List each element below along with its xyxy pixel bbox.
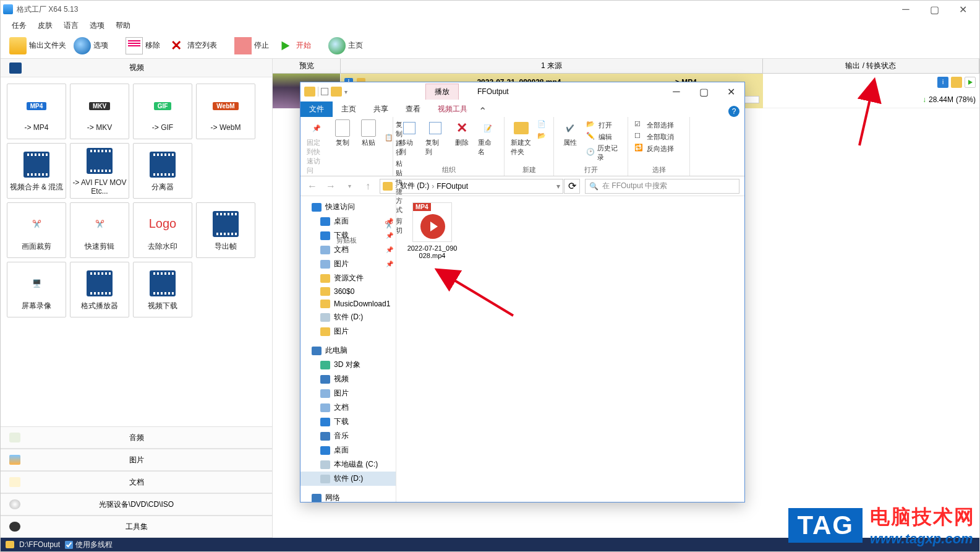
- rename-button[interactable]: 📝重命名: [475, 118, 500, 165]
- menu-options[interactable]: 选项: [85, 19, 109, 32]
- nav-desktop2[interactable]: 桌面: [300, 443, 396, 457]
- multithread-checkbox[interactable]: [65, 541, 73, 549]
- nav-downloads[interactable]: 下载📌: [300, 228, 396, 243]
- tab-share[interactable]: 共享: [365, 101, 397, 117]
- nav-pictures3[interactable]: 图片: [300, 386, 396, 400]
- tool-avi[interactable]: -> AVI FLV MOV Etc...: [70, 143, 129, 199]
- audio-category[interactable]: 音频: [1, 426, 272, 449]
- nav-documents2[interactable]: 文档: [300, 400, 396, 415]
- open-button[interactable]: 📂打开: [584, 119, 624, 131]
- tool-export-frames[interactable]: 导出帧: [196, 202, 255, 258]
- forward-button[interactable]: →: [324, 179, 338, 193]
- history-button[interactable]: 🕑历史记录: [584, 143, 624, 163]
- collapse-ribbon-icon[interactable]: ⌃: [476, 105, 488, 117]
- info-icon[interactable]: i: [937, 77, 948, 88]
- folder-icon[interactable]: [6, 541, 14, 548]
- maximize-button[interactable]: ▢: [690, 83, 717, 100]
- nav-musicdl[interactable]: MusicDownload1: [300, 298, 396, 310]
- tool-mkv[interactable]: MKV -> MKV: [70, 84, 129, 139]
- nav-pictures2[interactable]: 图片: [300, 324, 396, 339]
- nav-videos[interactable]: 视频: [300, 372, 396, 386]
- back-button[interactable]: ←: [305, 179, 319, 193]
- open-folder-icon[interactable]: [951, 77, 962, 88]
- menu-language[interactable]: 语言: [59, 19, 83, 32]
- tool-gif[interactable]: GIF -> GIF: [133, 84, 192, 139]
- nav-pictures[interactable]: 图片📌: [300, 257, 396, 271]
- image-category[interactable]: 图片: [1, 449, 272, 471]
- nav-local-c[interactable]: 本地磁盘 (C:): [300, 457, 396, 472]
- nav-documents[interactable]: 文档📌: [300, 243, 396, 257]
- disc-category[interactable]: 光驱设备\DVD\CD\ISO: [1, 493, 272, 515]
- search-input[interactable]: 🔍 在 FFOutput 中搜索: [585, 179, 739, 194]
- tool-crop[interactable]: ✂️ 画面裁剪: [7, 202, 66, 258]
- tool-watermark[interactable]: Logo 去除水印: [133, 202, 192, 258]
- menu-skin[interactable]: 皮肤: [33, 19, 58, 32]
- tool-quickcut[interactable]: ✂️ 快速剪辑: [70, 202, 129, 258]
- video-category-header[interactable]: 视频: [1, 59, 272, 77]
- menu-task[interactable]: 任务: [7, 19, 32, 32]
- start-button[interactable]: 开始: [274, 36, 313, 56]
- menu-help[interactable]: 帮助: [111, 19, 135, 32]
- tools-category[interactable]: 工具集: [1, 515, 272, 538]
- minimize-button[interactable]: ─: [663, 83, 690, 100]
- close-button[interactable]: ✕: [717, 83, 744, 100]
- clear-button[interactable]: ✕ 清空列表: [165, 36, 219, 56]
- new-folder-button[interactable]: 新建文件夹: [508, 118, 534, 165]
- nav-music[interactable]: 音乐: [300, 429, 396, 443]
- easy-access-button[interactable]: 📂: [535, 131, 550, 142]
- nav-downloads2[interactable]: 下载: [300, 415, 396, 429]
- tab-view[interactable]: 查看: [397, 101, 429, 117]
- document-category[interactable]: 文档: [1, 471, 272, 493]
- edit-button[interactable]: ✏️编辑: [584, 131, 624, 142]
- delete-button[interactable]: ✕删除: [450, 118, 474, 165]
- nav-desktop[interactable]: 桌面📌: [300, 214, 396, 228]
- nav-drive-d2[interactable]: 软件 (D:): [300, 472, 396, 486]
- tab-video-tools[interactable]: 视频工具: [429, 101, 476, 117]
- refresh-button[interactable]: ⟳: [564, 179, 580, 194]
- maximize-button[interactable]: ▢: [920, 1, 948, 18]
- nav-quick-access[interactable]: 快速访问: [300, 200, 396, 214]
- nav-drive-d[interactable]: 软件 (D:): [300, 310, 396, 324]
- home-button[interactable]: 主页: [326, 36, 365, 56]
- up-button[interactable]: ↑: [361, 179, 375, 193]
- copy-to-button[interactable]: 复制到: [423, 118, 448, 165]
- tab-file[interactable]: 文件: [300, 101, 333, 117]
- stop-button[interactable]: 停止: [232, 36, 271, 56]
- qat-button[interactable]: [321, 88, 328, 95]
- tool-player[interactable]: 格式播放器: [70, 262, 129, 317]
- new-item-button[interactable]: 📄: [535, 119, 550, 131]
- close-button[interactable]: ✕: [948, 1, 977, 18]
- output-path[interactable]: D:\FFOutput: [19, 540, 60, 549]
- crumb-drive[interactable]: 软件 (D:): [400, 181, 429, 191]
- move-to-button[interactable]: 移动到: [397, 118, 422, 165]
- recent-button[interactable]: ▾: [343, 179, 356, 193]
- file-mp4[interactable]: MP4 2022-07-21_090 028.mp4: [403, 202, 462, 259]
- minimize-button[interactable]: ─: [892, 1, 920, 18]
- tool-download[interactable]: 视频下载: [133, 262, 192, 317]
- nav-network[interactable]: 网络: [300, 491, 396, 502]
- nav-360[interactable]: 360$0: [300, 285, 396, 298]
- tool-mp4[interactable]: MP4 -> MP4: [7, 84, 66, 139]
- nav-this-pc[interactable]: 此电脑: [300, 343, 396, 358]
- breadcrumb[interactable]: › 软件 (D:) › FFOutput ▾: [380, 179, 563, 194]
- remove-button[interactable]: 移除: [123, 36, 163, 56]
- folder-icon[interactable]: [304, 87, 315, 97]
- nav-resources[interactable]: 资源文件: [300, 271, 396, 285]
- file-area[interactable]: MP4 2022-07-21_090 028.mp4: [396, 196, 744, 502]
- crumb-folder[interactable]: FFOutput: [437, 182, 468, 191]
- play-file-icon[interactable]: [965, 77, 976, 88]
- tool-webm[interactable]: WebM -> WebM: [196, 84, 255, 139]
- nav-3d[interactable]: 3D 对象: [300, 358, 396, 372]
- tool-merge[interactable]: 视频合并 & 混流: [7, 143, 66, 199]
- options-button[interactable]: 选项: [71, 36, 111, 56]
- tool-screenrec[interactable]: 🖥️ 屏幕录像: [7, 262, 66, 317]
- invert-button[interactable]: 🔁反向选择: [632, 143, 676, 154]
- contextual-tab[interactable]: 播放: [425, 84, 459, 100]
- properties-button[interactable]: ✔️属性: [558, 118, 582, 165]
- output-folder-button[interactable]: 输出文件夹: [7, 36, 69, 56]
- tab-home[interactable]: 主页: [333, 101, 365, 117]
- multithread-toggle[interactable]: 使用多线程: [65, 540, 113, 550]
- select-none-button[interactable]: ☐全部取消: [632, 131, 676, 142]
- select-all-button[interactable]: ☑全部选择: [632, 119, 676, 131]
- tool-split[interactable]: 分离器: [133, 143, 192, 199]
